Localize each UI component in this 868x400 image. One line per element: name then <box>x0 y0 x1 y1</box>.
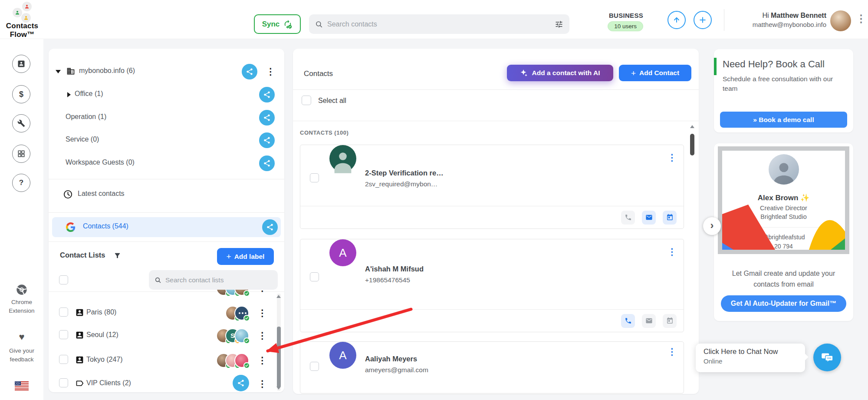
contacts-book-button[interactable] <box>12 55 30 73</box>
contact-name[interactable]: Aaliyah Meyers <box>365 355 417 363</box>
google-contacts-label[interactable]: Contacts (544) <box>83 222 128 230</box>
list-item-menu-button[interactable]: ⋮ <box>258 356 267 365</box>
list-item-label[interactable]: VIP Clients (2) <box>86 379 131 387</box>
contact-checkbox[interactable] <box>310 173 319 182</box>
list-item-vip-clients[interactable]: VIP Clients (2) ⋮ <box>49 374 284 393</box>
filter-icon[interactable] <box>114 252 121 261</box>
scrollbar-thumb[interactable] <box>277 327 281 387</box>
share-button[interactable] <box>233 375 249 391</box>
tree-item-label[interactable]: Workspace Guests (0) <box>66 159 135 166</box>
tree-item-menu-button[interactable]: ⋮ <box>266 67 275 76</box>
share-button[interactable] <box>259 110 275 126</box>
chrome-extension-label[interactable]: Chrome Extension <box>4 298 39 315</box>
chat-tooltip-label[interactable]: Click Here to Chat Now <box>704 347 797 356</box>
list-checkbox[interactable] <box>59 307 68 317</box>
billing-button[interactable]: $ <box>12 85 30 103</box>
share-button[interactable] <box>259 132 275 148</box>
tree-item-office[interactable]: Office (1) <box>49 86 284 103</box>
select-all-checkbox[interactable] <box>302 96 311 105</box>
chat-launcher-button[interactable] <box>813 344 841 371</box>
add-label-button[interactable]: + Add label <box>217 248 274 265</box>
list-item-tokyo[interactable]: Tokyo (247) ⋮ <box>49 351 284 370</box>
contact-name[interactable]: A'ishah M Mifsud <box>365 265 424 273</box>
book-demo-call-button[interactable]: » Book a demo call <box>720 112 847 128</box>
list-item-label[interactable]: Tokyo (247) <box>86 356 123 364</box>
get-ai-updater-button[interactable]: Get AI Auto-Updater for Gmail™ <box>721 295 846 312</box>
tree-item-label[interactable]: Operation (1) <box>66 113 106 121</box>
contact-card[interactable]: ⋮ A A'ishah M Mifsud +19865476545 <box>300 239 684 332</box>
plus-icon: + <box>631 69 636 77</box>
tree-item-operation[interactable]: Operation (1) <box>49 109 284 126</box>
tree-item-domain[interactable]: mybonobo.info (6) ⋮ <box>49 63 284 80</box>
person-bubble-green-icon <box>13 8 22 17</box>
contact-checkbox[interactable] <box>310 362 319 371</box>
latest-contacts-item[interactable]: Latest contacts <box>49 186 284 203</box>
calendar-icon[interactable] <box>663 211 677 225</box>
list-item-label[interactable]: Paris (80) <box>86 308 116 316</box>
share-button[interactable] <box>259 87 275 102</box>
settings-button[interactable] <box>12 114 30 132</box>
header-menu-button[interactable]: ⋮ <box>856 13 866 25</box>
help-button[interactable]: ? <box>12 174 30 192</box>
share-button[interactable] <box>259 155 275 171</box>
feedback-label[interactable]: Give your feedback <box>4 347 39 364</box>
select-all-lists-checkbox[interactable] <box>59 275 68 284</box>
search-filter-icon[interactable] <box>555 20 563 29</box>
share-button[interactable] <box>242 64 257 79</box>
list-item-paris[interactable]: Paris (80) ⋮ <box>49 304 284 323</box>
contact-menu-button[interactable]: ⋮ <box>667 347 677 357</box>
contact-name[interactable]: 2-Step Verification re… <box>365 169 444 177</box>
contact-lists-scrollbar[interactable] <box>277 294 281 391</box>
scroll-up-icon[interactable] <box>690 125 694 128</box>
search-contacts-input[interactable] <box>327 20 550 28</box>
tree-item-workspace-guests[interactable]: Workspace Guests (0) <box>49 155 284 172</box>
latest-contacts-label[interactable]: Latest contacts <box>78 190 125 198</box>
calendar-icon[interactable] <box>663 314 677 328</box>
email-icon[interactable] <box>642 211 656 225</box>
tree-item-label[interactable]: Service (0) <box>66 136 99 143</box>
contact-menu-button[interactable]: ⋮ <box>667 153 677 162</box>
sync-button[interactable]: Sync <box>254 14 301 34</box>
chat-status: Online <box>704 357 797 365</box>
caret-down-icon[interactable] <box>56 70 61 73</box>
list-checkbox[interactable] <box>59 378 68 387</box>
chat-tooltip[interactable]: Click Here to Chat Now Online <box>696 344 805 372</box>
apps-grid-button[interactable] <box>12 145 30 163</box>
add-user-button[interactable] <box>694 11 712 29</box>
scroll-up-icon[interactable] <box>276 295 281 298</box>
scrollbar-thumb[interactable] <box>690 134 694 155</box>
list-checkbox[interactable] <box>59 355 68 364</box>
add-contact-button[interactable]: + Add Contact <box>619 65 691 81</box>
check-badge-icon <box>243 362 250 369</box>
share-button[interactable] <box>262 219 278 235</box>
contacts-scrollbar[interactable] <box>690 125 694 400</box>
phone-icon[interactable] <box>621 211 635 225</box>
tree-item-label[interactable]: Office (1) <box>75 90 103 98</box>
google-contacts-item[interactable]: Contacts (544) <box>52 217 281 237</box>
phone-icon[interactable] <box>621 314 635 328</box>
list-item-menu-button[interactable]: ⋮ <box>258 331 267 340</box>
scroll-down-icon[interactable] <box>276 387 281 390</box>
contact-checkbox[interactable] <box>310 272 319 281</box>
search-icon <box>155 277 161 284</box>
collapse-panel-button[interactable]: › <box>703 217 721 235</box>
list-item-menu-button[interactable]: ⋮ <box>258 379 267 389</box>
caret-right-icon[interactable] <box>67 92 71 97</box>
chrome-icon[interactable] <box>16 284 28 298</box>
user-avatar[interactable] <box>830 10 851 31</box>
contact-card[interactable]: ⋮ 2-Step Verification re… 2sv_required@m… <box>300 145 684 229</box>
list-item-menu-button[interactable]: ⋮ <box>258 308 267 318</box>
tree-item-label[interactable]: mybonobo.info (6) <box>79 67 135 75</box>
language-flag-icon[interactable] <box>15 381 29 392</box>
list-checkbox[interactable] <box>59 330 68 339</box>
list-item-label[interactable]: Seoul (12) <box>86 331 118 339</box>
contact-card[interactable]: ⋮ A Aaliyah Meyers ameyers@gmail.com <box>300 341 684 393</box>
ai-button-label: Add a contact with AI <box>532 69 600 77</box>
search-contact-lists-input[interactable] <box>165 276 272 284</box>
list-item-seoul[interactable]: Seoul (12) S ⋮ <box>49 326 284 345</box>
tree-item-service[interactable]: Service (0) <box>49 132 284 149</box>
email-icon[interactable] <box>642 314 656 328</box>
upgrade-button[interactable] <box>667 11 686 29</box>
add-contact-with-ai-button[interactable]: Add a contact with AI <box>507 65 613 81</box>
contact-menu-button[interactable]: ⋮ <box>667 247 677 257</box>
